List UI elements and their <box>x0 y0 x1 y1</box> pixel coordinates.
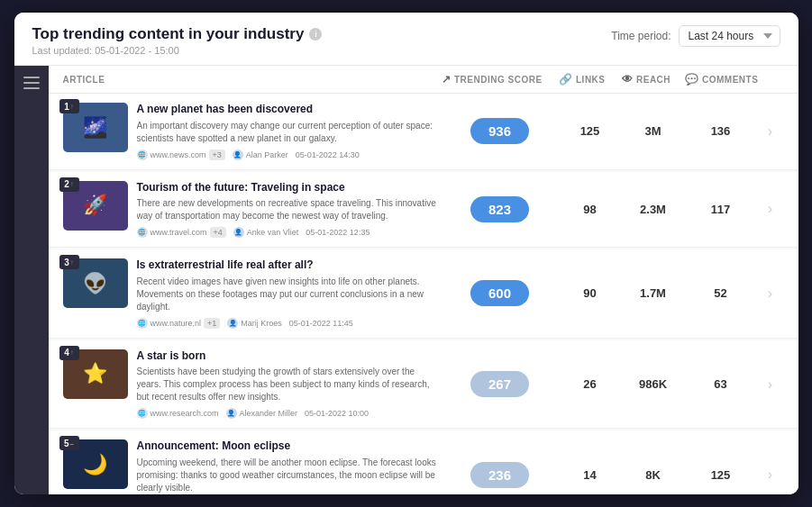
author-name: Alexander Miller <box>240 409 298 418</box>
col-reach: 👁 REACH <box>622 73 685 86</box>
rank-thumb: 🚀 2 ↑ <box>63 181 128 231</box>
hamburger-line-2 <box>23 82 40 84</box>
row-expand-button[interactable]: › <box>757 201 784 217</box>
source-count: +3 <box>209 149 225 160</box>
article-description: Recent video images have given new insig… <box>137 276 442 313</box>
article-description: Upcoming weekend, there will be another … <box>137 457 442 494</box>
article-source: 🌐 www.travel.com +4 <box>137 227 226 238</box>
hamburger-menu[interactable] <box>23 77 40 89</box>
article-title: Announcement: Moon eclipse <box>137 439 442 454</box>
article-info: Is extraterrestrial life real after all?… <box>137 258 442 329</box>
sidebar <box>14 66 49 494</box>
rank-number: 2 <box>64 179 69 189</box>
table-row: 🌙 5 – Announcement: Moon eclipse Upcomin… <box>49 430 798 494</box>
score-cell: 823 <box>442 196 559 222</box>
row-expand-button[interactable]: › <box>757 123 784 140</box>
source-icon: 🌐 <box>137 149 148 160</box>
time-period-select[interactable]: Last 24 hours Last 7 days Last 30 days <box>679 25 780 47</box>
source-url: www.news.com <box>151 150 206 159</box>
reach-stat: 2.3M <box>622 203 685 216</box>
table-row: 👽 3 ↑ Is extraterrestrial life real afte… <box>49 249 798 339</box>
header-left: Top trending content in your industry i … <box>32 25 323 56</box>
table-row: ⭐ 4 ↑ A star is born Scientists have bee… <box>49 340 798 430</box>
links-stat: 26 <box>559 377 622 391</box>
rank-arrow: – <box>70 439 74 448</box>
hamburger-line-1 <box>23 77 40 78</box>
author-icon: 👤 <box>233 149 243 160</box>
articles-table: ARTICLE ↗ TRENDING SCORE 🔗 LINKS 👁 REACH… <box>49 66 798 494</box>
article-cell: 🌙 5 – Announcement: Moon eclipse Upcomin… <box>63 439 442 494</box>
article-info: Tourism of the future: Traveling in spac… <box>137 181 442 239</box>
rank-arrow: ↑ <box>70 103 74 111</box>
article-description: Scientists have been studying the growth… <box>137 366 442 403</box>
author-name: Alan Parker <box>246 150 288 159</box>
comments-icon: 💬 <box>685 73 699 86</box>
reach-icon: 👁 <box>622 73 634 86</box>
author-icon: 👤 <box>233 227 244 238</box>
article-cell: ⭐ 4 ↑ A star is born Scientists have bee… <box>63 349 442 420</box>
source-url: www.research.com <box>151 409 219 418</box>
article-info: A new planet has been discovered An impo… <box>137 103 442 160</box>
reach-stat: 986K <box>622 377 685 391</box>
rank-thumb: ⭐ 4 ↑ <box>63 349 128 399</box>
row-expand-button[interactable]: › <box>757 466 784 483</box>
article-meta: 🌐 www.research.com 👤 Alexander Miller 05… <box>137 408 442 419</box>
trending-score-badge: 936 <box>470 118 529 144</box>
rank-badge: 1 ↑ <box>59 99 79 113</box>
score-cell: 600 <box>442 280 559 306</box>
author-icon: 👤 <box>226 408 237 419</box>
title-text: Top trending content in your industry <box>32 25 305 43</box>
source-url: www.nature.nl <box>151 319 202 328</box>
rank-thumb: 🌌 1 ↑ <box>63 103 128 152</box>
article-author: 👤 Alan Parker <box>233 149 288 160</box>
trending-score-badge: 236 <box>470 462 529 488</box>
table-row: 🌌 1 ↑ A new planet has been discovered A… <box>49 94 798 170</box>
links-stat: 90 <box>559 286 622 300</box>
article-author: 👤 Marij Kroes <box>227 318 282 329</box>
source-url: www.travel.com <box>151 228 207 237</box>
rank-arrow: ↑ <box>70 180 74 188</box>
source-icon: 🌐 <box>137 408 148 419</box>
source-icon: 🌐 <box>137 227 148 238</box>
col-action <box>757 73 784 86</box>
page-title: Top trending content in your industry i <box>32 25 323 43</box>
comments-stat: 117 <box>685 203 757 216</box>
article-meta: 🌐 www.news.com +3 👤 Alan Parker 05-01-20… <box>137 149 442 160</box>
article-author: 👤 Anke van Vliet <box>233 227 299 238</box>
col-links: 🔗 LINKS <box>559 73 622 86</box>
reach-stat: 3M <box>622 124 685 138</box>
article-date: 05-01-2022 12:35 <box>306 228 370 237</box>
score-cell: 267 <box>442 371 559 397</box>
source-count: +4 <box>210 227 226 238</box>
row-expand-button[interactable]: › <box>757 285 784 302</box>
article-title: Is extraterrestrial life real after all? <box>137 258 442 273</box>
row-expand-button[interactable]: › <box>757 376 784 393</box>
article-source: 🌐 www.news.com +3 <box>137 149 225 160</box>
rank-badge: 3 ↑ <box>59 255 79 269</box>
article-meta: 🌐 www.travel.com +4 👤 Anke van Vliet 05-… <box>137 227 442 238</box>
reach-stat: 1.7M <box>622 286 685 300</box>
trending-icon: ↗ <box>442 73 452 86</box>
source-icon: 🌐 <box>137 318 148 329</box>
article-date: 05-01-2022 11:45 <box>289 319 353 328</box>
article-info: Announcement: Moon eclipse Upcoming week… <box>137 439 442 494</box>
article-author: 👤 Alexander Miller <box>226 408 298 419</box>
trending-score-badge: 600 <box>470 280 529 306</box>
rank-thumb: 👽 3 ↑ <box>63 258 128 308</box>
info-icon[interactable]: i <box>309 28 322 41</box>
comments-stat: 52 <box>685 286 757 300</box>
score-cell: 936 <box>442 118 559 144</box>
rank-number: 3 <box>64 258 69 267</box>
header-right: Time period: Last 24 hours Last 7 days L… <box>611 25 780 47</box>
rank-badge: 2 ↑ <box>59 177 79 192</box>
rank-number: 5 <box>64 439 69 448</box>
rank-arrow: ↑ <box>70 258 74 267</box>
author-name: Marij Kroes <box>241 319 282 328</box>
col-trending-score: ↗ TRENDING SCORE <box>442 73 559 86</box>
article-meta: 🌐 www.nature.nl +1 👤 Marij Kroes 05-01-2… <box>137 318 442 329</box>
articles-list: 🌌 1 ↑ A new planet has been discovered A… <box>49 94 798 494</box>
hamburger-line-3 <box>23 87 40 89</box>
links-stat: 14 <box>559 468 622 482</box>
article-source: 🌐 www.research.com <box>137 408 219 419</box>
last-updated: Last updated: 05-01-2022 - 15:00 <box>32 45 323 56</box>
